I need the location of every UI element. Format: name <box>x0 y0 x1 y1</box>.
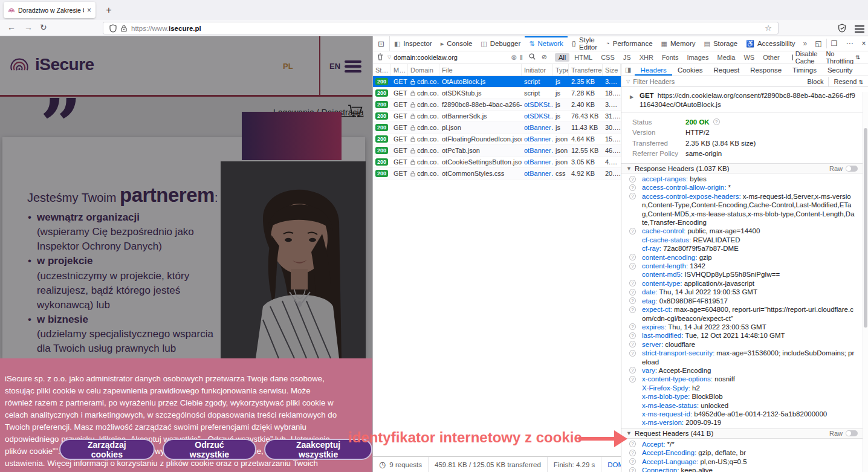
type-filter-images[interactable]: Images <box>683 53 712 62</box>
url-filter-box[interactable]: ▽ ⊗ <box>387 53 517 62</box>
detail-tab-cookies[interactable]: Cookies <box>672 64 708 76</box>
header-item[interactable]: x-ms-request-id: b4952d0e-a01e-0014-2132… <box>621 410 863 418</box>
initiator-cell[interactable]: otBanner… <box>522 158 553 166</box>
header-item[interactable]: ?content-length: 1342 <box>621 262 863 270</box>
type-filter-css[interactable]: CSS <box>597 53 618 62</box>
column-header[interactable]: File <box>439 64 522 76</box>
column-header[interactable]: Initiator <box>522 64 553 76</box>
help-icon[interactable]: ? <box>629 376 636 383</box>
header-item[interactable]: ?Accept: */* <box>621 440 863 448</box>
detail-scrollbar[interactable] <box>863 92 868 472</box>
column-header[interactable]: St… <box>373 64 391 76</box>
help-icon[interactable]: ? <box>629 323 636 330</box>
devtools-tab-performance[interactable]: ◔Performance <box>601 36 657 51</box>
devtools-tab-network[interactable]: ⇅Network <box>525 36 567 51</box>
meatball-menu-icon[interactable]: ⋯ <box>841 39 857 48</box>
disable-cache-checkbox[interactable] <box>792 54 793 60</box>
header-item[interactable]: x-ms-version: 2009-09-19 <box>621 418 863 427</box>
table-row[interactable]: 200GETcdn.co…otBannerSdk.jsotSDKSt…js76.… <box>373 111 621 122</box>
header-item[interactable]: content-md5: ISVHQDp8yLpS5h8SniPgIw== <box>621 270 863 279</box>
help-icon[interactable]: ? <box>629 228 636 234</box>
type-filter-xhr[interactable]: XHR <box>636 53 657 62</box>
type-filter-html[interactable]: HTML <box>571 53 596 62</box>
header-item[interactable]: ?x-content-type-options: nosniff <box>621 375 863 383</box>
header-item[interactable]: cf-cache-status: REVALIDATED <box>621 236 863 244</box>
headers-scroll-area[interactable]: ▶ GEThttps://cdn.cookielaw.org/consent/f… <box>621 88 863 472</box>
cookie-button-zarządzaj-cookies[interactable]: Zarządzaj cookies <box>59 439 155 460</box>
help-icon[interactable]: ? <box>629 450 636 456</box>
request-url-row[interactable]: ▶ GEThttps://cdn.cookielaw.org/consent/f… <box>621 88 863 113</box>
detail-tab-response[interactable]: Response <box>745 64 787 76</box>
header-item[interactable]: ?date: Thu, 14 Jul 2022 19:00:53 GMT <box>621 288 863 296</box>
column-header[interactable]: M… <box>391 64 408 76</box>
column-header[interactable]: Size <box>603 64 621 76</box>
devtools-tab-debugger[interactable]: ◫Debugger <box>476 36 525 51</box>
header-item[interactable]: ?Accept-Encoding: gzip, deflate, br <box>621 448 863 457</box>
help-icon[interactable]: ? <box>629 341 636 348</box>
tab-close-icon[interactable]: × <box>87 6 91 15</box>
header-item[interactable]: ?access-control-allow-origin: * <box>621 183 863 192</box>
separate-window-icon[interactable]: ❒ <box>827 39 842 48</box>
clear-requests-icon[interactable] <box>373 53 387 62</box>
header-item[interactable]: ?accept-ranges: bytes <box>621 175 863 183</box>
initiator-cell[interactable]: otSDKSt… <box>522 101 553 108</box>
search-icon[interactable] <box>526 53 539 61</box>
help-icon[interactable]: ? <box>629 332 636 339</box>
browser-tab[interactable]: Doradztwo w Zakresie Ochrony Dany × <box>4 2 96 18</box>
header-item[interactable]: ?expect-ct: max-age=604800, report-uri="… <box>621 305 863 323</box>
help-icon[interactable]: ? <box>629 289 636 296</box>
clear-filter-icon[interactable]: ⊗ <box>511 53 517 62</box>
table-row[interactable]: 200GETcdn.co…pl.jsonotBanner…js11.43 KB3… <box>373 122 621 134</box>
header-item[interactable]: ?content-encoding: gzip <box>621 253 863 262</box>
help-icon[interactable]: ? <box>629 254 636 260</box>
help-icon[interactable]: ? <box>629 193 636 199</box>
throttling-dropdown[interactable]: No Throttling⇅ <box>822 50 863 65</box>
response-headers-section-header[interactable]: ▼ Response Headers (1.037 KB) Raw <box>621 163 863 173</box>
column-header[interactable]: Domain <box>408 64 439 76</box>
header-item[interactable]: X-Firefox-Spdy: h2 <box>621 384 863 392</box>
devtools-tab-storage[interactable]: ▤Storage <box>700 36 742 51</box>
detail-tab-timings[interactable]: Timings <box>787 64 822 76</box>
detail-tab-request[interactable]: Request <box>708 64 745 76</box>
dock-to-bottom-icon[interactable]: ◱ <box>811 39 826 48</box>
table-row[interactable]: 200GETcdn.co…otPcTab.jsonotBanner…json12… <box>373 145 621 157</box>
type-filter-all[interactable]: All <box>555 53 569 62</box>
table-row[interactable]: 200GETcdn.co…otCookieSettingsButton.json… <box>373 157 621 168</box>
new-tab-button[interactable]: + <box>102 3 116 18</box>
detail-tab-headers[interactable]: Headers <box>635 64 672 76</box>
scrollbar-thumb[interactable] <box>864 128 867 328</box>
type-filter-fonts[interactable]: Fonts <box>658 53 682 62</box>
devtools-tab-memory[interactable]: ▦Memory <box>657 36 700 51</box>
raw-toggle[interactable] <box>846 166 858 172</box>
header-item[interactable]: ?Accept-Language: pl,en-US;q=0.5 <box>621 457 863 466</box>
header-item[interactable]: ?etag: 0x8D98D8F4F819517 <box>621 297 863 305</box>
forward-icon[interactable]: → <box>24 22 33 32</box>
table-row[interactable]: 200GETcdn.co…f2890bc8-88eb-4bac-a266-df9… <box>373 99 621 111</box>
bookmark-star-icon[interactable]: ☆ <box>765 24 772 33</box>
header-item[interactable]: ?server: cloudflare <box>621 340 863 349</box>
header-item[interactable]: ?Connection: keep-alive <box>621 466 863 472</box>
help-icon[interactable]: ? <box>629 297 636 304</box>
header-item[interactable]: x-ms-lease-status: unlocked <box>621 401 863 410</box>
help-icon[interactable]: ? <box>629 306 636 313</box>
back-icon[interactable]: ← <box>7 22 16 32</box>
initiator-cell[interactable]: otBanner… <box>522 124 553 131</box>
headers-filter-input[interactable] <box>633 78 742 85</box>
close-devtools-icon[interactable]: × <box>857 39 868 48</box>
initiator-cell[interactable]: otSDKSt… <box>522 112 553 120</box>
cookie-button-odrzuć-wszystkie[interactable]: Odrzuć wszystkie <box>163 439 257 460</box>
help-icon[interactable]: ? <box>629 350 636 357</box>
network-settings-gear-icon[interactable]: ⚙ <box>864 53 868 62</box>
column-header[interactable]: Transferred <box>569 64 603 76</box>
help-icon[interactable]: ? <box>629 441 636 447</box>
initiator-cell[interactable]: otBanner… <box>522 135 553 143</box>
pick-element-icon[interactable]: ⊡ <box>373 36 390 51</box>
initiator-cell[interactable]: otBanner… <box>522 147 553 154</box>
help-icon[interactable]: ? <box>629 280 636 286</box>
reload-icon[interactable]: ↻ <box>40 22 47 32</box>
collapse-triangle-icon[interactable]: ▼ <box>626 166 632 172</box>
header-item[interactable]: ?access-control-expose-headers: x-ms-req… <box>621 192 863 227</box>
devtools-tab-inspector[interactable]: ◧Inspector <box>390 36 436 51</box>
header-item[interactable]: ?cache-control: public, max-age=14400 <box>621 227 863 235</box>
type-filter-media[interactable]: Media <box>713 53 739 62</box>
